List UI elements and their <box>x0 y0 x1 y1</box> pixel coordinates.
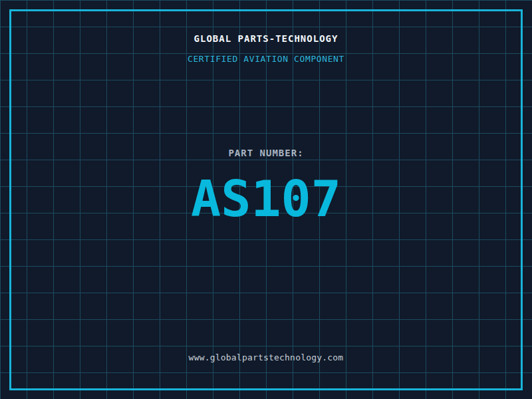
company-title: GLOBAL PARTS-TECHNOLOGY <box>0 34 532 43</box>
blueprint-card: GLOBAL PARTS-TECHNOLOGY CERTIFIED AVIATI… <box>0 0 532 399</box>
part-number-value: AS107 <box>0 174 532 224</box>
part-number-label: PART NUMBER: <box>0 148 532 158</box>
certification-subtitle: CERTIFIED AVIATION COMPONENT <box>0 55 532 63</box>
website-url: www.globalpartstechnology.com <box>0 353 532 362</box>
